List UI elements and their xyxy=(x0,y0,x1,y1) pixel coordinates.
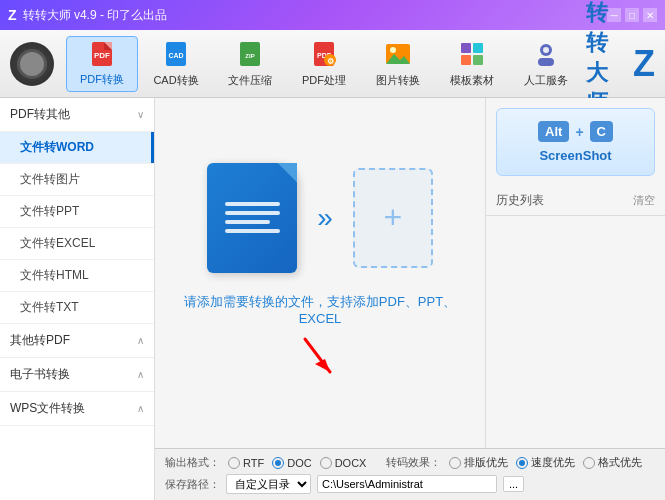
toolbar-item-ai-service[interactable]: 人工服务 xyxy=(510,36,582,92)
toolbar-item-cad-convert[interactable]: CAD CAD转换 xyxy=(140,36,212,92)
sidebar-group-e-convert[interactable]: 电子书转换 ∧ xyxy=(0,358,154,392)
shortcut-display: Alt + C xyxy=(509,121,642,142)
app-title: 转转大师 v4.9 - 印了么出品 xyxy=(23,7,168,24)
bottom-bar: 输出格式： RTF DOC DOCX 转码效果： xyxy=(155,448,665,500)
doc-line-3 xyxy=(225,220,270,224)
brand-z-letter: Z xyxy=(633,46,655,82)
effect-layout-option[interactable]: 排版优先 xyxy=(449,455,508,470)
sidebar-item-file-excel-label: 文件转EXCEL xyxy=(20,235,95,252)
save-path-row: 保存路径： 自定义目录 ... xyxy=(165,474,655,494)
effect-speed-radio[interactable] xyxy=(516,457,528,469)
effect-speed-option[interactable]: 速度优先 xyxy=(516,455,575,470)
alt-key: Alt xyxy=(538,121,569,142)
sidebar-item-file-txt-label: 文件转TXT xyxy=(20,299,79,316)
svg-text:CAD: CAD xyxy=(168,52,183,59)
effect-format-option[interactable]: 格式优先 xyxy=(583,455,642,470)
app-icon: Z xyxy=(8,7,17,23)
svg-marker-24 xyxy=(315,359,330,372)
sidebar-item-file-html-label: 文件转HTML xyxy=(20,267,89,284)
svg-text:PDF: PDF xyxy=(94,51,110,60)
svg-text:⚙: ⚙ xyxy=(327,57,334,66)
history-body xyxy=(486,216,665,448)
screenshot-label: ScreenShot xyxy=(509,148,642,163)
history-label: 历史列表 xyxy=(496,192,544,209)
format-rtf-option[interactable]: RTF xyxy=(228,457,264,469)
format-docx-label: DOCX xyxy=(335,457,367,469)
plus-sign: + xyxy=(575,124,583,140)
sidebar-group-wps-convert-label: WPS文件转换 xyxy=(10,400,85,417)
drop-hint-text: 请添加需要转换的文件，支持添加PDF、PPT、EXCEL xyxy=(175,293,465,326)
history-clear-button[interactable]: 清空 xyxy=(633,193,655,208)
sidebar-group-other-pdf-arrow: ∧ xyxy=(137,335,144,346)
toolbar-item-compress[interactable]: ZIP 文件压缩 xyxy=(214,36,286,92)
pdf-process-icon: PDF ⚙ xyxy=(308,40,340,69)
toolbar-item-pdf-process[interactable]: PDF ⚙ PDF处理 xyxy=(288,36,360,92)
red-arrow-down xyxy=(295,334,345,384)
toolbar-label-templates: 模板素材 xyxy=(450,73,494,88)
screenshot-widget: Alt + C ScreenShot xyxy=(496,108,655,176)
svg-rect-18 xyxy=(473,55,483,65)
format-rtf-radio[interactable] xyxy=(228,457,240,469)
path-type-select[interactable]: 自定义目录 xyxy=(226,474,311,494)
effect-layout-radio[interactable] xyxy=(449,457,461,469)
effect-speed-label: 速度优先 xyxy=(531,455,575,470)
title-bar: Z 转转大师 v4.9 - 印了么出品 ─ □ ✕ xyxy=(0,0,665,30)
svg-point-20 xyxy=(543,47,549,53)
doc-line-1 xyxy=(225,202,280,206)
svg-rect-16 xyxy=(473,43,483,53)
svg-rect-21 xyxy=(538,58,554,66)
sidebar-item-file-txt[interactable]: 文件转TXT xyxy=(0,292,154,324)
add-file-box[interactable]: + xyxy=(353,168,433,268)
arrow-right-icon: » xyxy=(317,202,333,234)
sidebar-item-file-html[interactable]: 文件转HTML xyxy=(0,260,154,292)
app-logo xyxy=(10,42,54,86)
sidebar-item-file-excel[interactable]: 文件转EXCEL xyxy=(0,228,154,260)
main-layout: PDF转其他 ∨ 文件转WORD 文件转图片 文件转PPT 文件转EXCEL 文… xyxy=(0,98,665,500)
format-docx-radio[interactable] xyxy=(320,457,332,469)
sidebar-group-other-pdf-label: 其他转PDF xyxy=(10,332,70,349)
effect-label: 转码效果： xyxy=(386,455,441,470)
format-doc-radio[interactable] xyxy=(272,457,284,469)
templates-icon xyxy=(456,40,488,69)
sidebar-item-file-img[interactable]: 文件转图片 xyxy=(0,164,154,196)
drop-zone-container[interactable]: » + 请添加需要转换的文件，支持添加PDF、PPT、EXCEL xyxy=(155,98,485,448)
path-input[interactable] xyxy=(317,475,497,493)
toolbar-label-cad-convert: CAD转换 xyxy=(153,73,198,88)
sidebar-item-file-word-label: 文件转WORD xyxy=(20,139,94,156)
format-doc-option[interactable]: DOC xyxy=(272,457,311,469)
svg-point-13 xyxy=(390,47,396,53)
toolbar-item-pdf-convert[interactable]: PDF PDF转换 xyxy=(66,36,138,92)
doc-line-2 xyxy=(225,211,280,215)
sidebar-item-file-word[interactable]: 文件转WORD xyxy=(0,132,154,164)
title-bar-left: Z 转转大师 v4.9 - 印了么出品 xyxy=(8,7,167,24)
svg-rect-15 xyxy=(461,43,471,53)
sidebar-group-pdf-other[interactable]: PDF转其他 ∨ xyxy=(0,98,154,132)
toolbar-item-templates[interactable]: 模板素材 xyxy=(436,36,508,92)
toolbar-item-img-convert[interactable]: 图片转换 xyxy=(362,36,434,92)
format-docx-option[interactable]: DOCX xyxy=(320,457,367,469)
sidebar-item-file-ppt[interactable]: 文件转PPT xyxy=(0,196,154,228)
document-icon xyxy=(207,163,297,273)
c-key: C xyxy=(590,121,613,142)
sidebar-group-other-pdf[interactable]: 其他转PDF ∧ xyxy=(0,324,154,358)
content-area: » + 请添加需要转换的文件，支持添加PDF、PPT、EXCEL xyxy=(155,98,485,448)
toolbar-label-pdf-convert: PDF转换 xyxy=(80,72,124,87)
img-convert-icon xyxy=(382,40,414,69)
sidebar-group-wps-convert[interactable]: WPS文件转换 ∧ xyxy=(0,392,154,426)
sidebar-group-wps-convert-arrow: ∧ xyxy=(137,403,144,414)
red-arrow-container xyxy=(295,334,345,384)
svg-rect-17 xyxy=(461,55,471,65)
effect-layout-label: 排版优先 xyxy=(464,455,508,470)
more-path-button[interactable]: ... xyxy=(503,476,524,492)
toolbar-label-ai-service: 人工服务 xyxy=(524,73,568,88)
add-plus-icon: + xyxy=(383,199,402,236)
sidebar-item-file-img-label: 文件转图片 xyxy=(20,171,80,188)
sidebar-group-pdf-other-arrow: ∨ xyxy=(137,109,144,120)
drop-zone: » + xyxy=(207,163,433,273)
output-format-row: 输出格式： RTF DOC DOCX 转码效果： xyxy=(165,455,655,470)
save-path-label: 保存路径： xyxy=(165,477,220,492)
toolbar-label-compress: 文件压缩 xyxy=(228,73,272,88)
toolbar-label-img-convert: 图片转换 xyxy=(376,73,420,88)
effect-format-radio[interactable] xyxy=(583,457,595,469)
logo-inner xyxy=(17,49,47,79)
